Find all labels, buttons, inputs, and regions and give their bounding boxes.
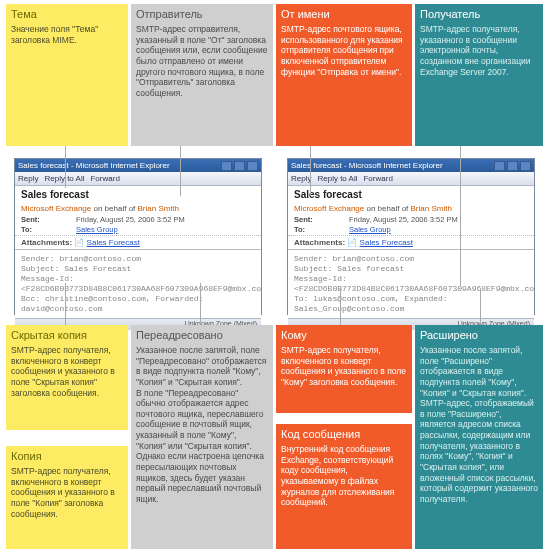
box-ot-imeni-desc: SMTP-адрес почтового ящика, использованн… <box>281 24 407 77</box>
to-value: Sales Group <box>76 225 255 234</box>
attach-file[interactable]: Sales Forecast <box>360 238 413 247</box>
sent-label: Sent: <box>21 215 76 224</box>
sent-value: Friday, August 25, 2006 3:52 PM <box>349 215 528 224</box>
attach-file-icon: 📄 <box>74 238 84 247</box>
attach-file[interactable]: Sales Forecast <box>87 238 140 247</box>
email-right-body: Sender: brian@contoso.com Subject: Sales… <box>288 250 534 318</box>
email-left: Sales forecast - Microsoft Internet Expl… <box>14 158 262 315</box>
email-right-subject: Sales forecast <box>288 186 534 203</box>
box-pereadresovano-title: Переадресовано <box>136 329 268 341</box>
email-left-titlebar: Sales forecast - Microsoft Internet Expl… <box>15 159 261 172</box>
connector <box>340 288 341 325</box>
email-left-meta: Sent: Friday, August 25, 2006 3:52 PM To… <box>15 214 261 235</box>
min-icon[interactable] <box>221 161 232 171</box>
email-left-toolbar: Reply Reply to All Forward <box>15 172 261 186</box>
email-right-toolbar: Reply Reply to All Forward <box>288 172 534 186</box>
email-right: Sales forecast - Microsoft Internet Expl… <box>287 158 535 315</box>
from-exchange: Microsoft Exchange <box>294 204 364 213</box>
box-tema: Тема Значение поля "Тема" заголовка MIME… <box>6 4 128 146</box>
min-icon[interactable] <box>494 161 505 171</box>
from-on-behalf: on behalf of <box>91 204 137 213</box>
box-skrytaya-title: Скрытая копия <box>11 329 123 341</box>
email-left-from: Microsoft Exchange on behalf of Brian Sm… <box>15 203 261 214</box>
box-komu: Кому SMTP-адрес получателя, включенного … <box>276 325 412 413</box>
box-komu-title: Кому <box>281 329 407 341</box>
connector <box>310 146 311 196</box>
max-icon[interactable] <box>234 161 245 171</box>
box-kopiya: Копия SMTP-адрес получателя, включенного… <box>6 446 128 549</box>
reply-button[interactable]: Reply <box>18 174 38 183</box>
box-kod-title: Код сообщения <box>281 428 407 440</box>
reply-button[interactable]: Reply <box>291 174 311 183</box>
box-pereadresovano-desc: Указанное после запятой, поле "Переадрес… <box>136 345 268 504</box>
connector <box>180 146 181 196</box>
box-pereadresovano: Переадресовано Указанное после запятой, … <box>131 325 273 549</box>
box-ot-imeni-title: От имени <box>281 8 407 20</box>
to-value: Sales Group <box>349 225 528 234</box>
connector <box>460 146 461 286</box>
connector <box>65 283 66 325</box>
box-rasshireno-desc: Указанное после запятой, поле "Расширено… <box>420 345 538 504</box>
box-ot-imeni: От имени SMTP-адрес почтового ящика, исп… <box>276 4 412 146</box>
email-right-title: Sales forecast - Microsoft Internet Expl… <box>291 161 443 170</box>
email-left-subject: Sales forecast <box>15 186 261 203</box>
box-tema-title: Тема <box>11 8 123 20</box>
connector <box>200 283 201 325</box>
sent-value: Friday, August 25, 2006 3:52 PM <box>76 215 255 224</box>
email-right-titlebar: Sales forecast - Microsoft Internet Expl… <box>288 159 534 172</box>
box-poluchatel: Получатель SMTP-адрес получателя, указан… <box>415 4 543 146</box>
box-rasshireno-title: Расширено <box>420 329 538 341</box>
connector <box>480 288 481 325</box>
email-right-meta: Sent: Friday, August 25, 2006 3:52 PM To… <box>288 214 534 235</box>
attach-label: Attachments: <box>294 238 345 247</box>
from-name: Brian Smith <box>138 204 179 213</box>
email-left-title: Sales forecast - Microsoft Internet Expl… <box>18 161 170 170</box>
box-kopiya-desc: SMTP-адрес получателя, включенного в кон… <box>11 466 123 519</box>
box-komu-desc: SMTP-адрес получателя, включенного в кон… <box>281 345 407 388</box>
box-kod: Код сообщения Внутренний код сообщения E… <box>276 424 412 549</box>
email-right-from: Microsoft Exchange on behalf of Brian Sm… <box>288 203 534 214</box>
box-skrytaya-kopiya: Скрытая копия SMTP-адрес получателя, вкл… <box>6 325 128 430</box>
sent-label: Sent: <box>294 215 349 224</box>
max-icon[interactable] <box>507 161 518 171</box>
from-on-behalf: on behalf of <box>364 204 410 213</box>
box-tema-desc: Значение поля "Тема" заголовка MIME. <box>11 24 123 45</box>
email-right-attach: Attachments: 📄 Sales Forecast <box>288 235 534 250</box>
forward-button[interactable]: Forward <box>363 174 392 183</box>
box-rasshireno: Расширено Указанное после запятой, поле … <box>415 325 543 549</box>
attach-file-icon: 📄 <box>347 238 357 247</box>
box-poluchatel-desc: SMTP-адрес получателя, указанного в сооб… <box>420 24 538 77</box>
email-left-attach: Attachments: 📄 Sales Forecast <box>15 235 261 250</box>
from-exchange: Microsoft Exchange <box>21 204 91 213</box>
box-poluchatel-title: Получатель <box>420 8 538 20</box>
reply-all-button[interactable]: Reply to All <box>317 174 357 183</box>
box-otpravitel: Отправитель SMTP-адрес отправителя, указ… <box>131 4 273 146</box>
box-skrytaya-desc: SMTP-адрес получателя, включенного в кон… <box>11 345 123 398</box>
attach-label: Attachments: <box>21 238 72 247</box>
close-icon[interactable] <box>520 161 531 171</box>
window-buttons <box>221 161 258 171</box>
from-name: Brian Smith <box>411 204 452 213</box>
box-kopiya-title: Копия <box>11 450 123 462</box>
box-otpravitel-title: Отправитель <box>136 8 268 20</box>
to-label: To: <box>294 225 349 234</box>
connector <box>65 146 66 188</box>
forward-button[interactable]: Forward <box>90 174 119 183</box>
window-buttons <box>494 161 531 171</box>
email-left-body: Sender: brian@contoso.com Subject: Sales… <box>15 250 261 318</box>
box-kod-desc: Внутренний код сообщения Exchange, соотв… <box>281 444 407 508</box>
box-otpravitel-desc: SMTP-адрес отправителя, указанный в поле… <box>136 24 268 98</box>
close-icon[interactable] <box>247 161 258 171</box>
to-label: To: <box>21 225 76 234</box>
